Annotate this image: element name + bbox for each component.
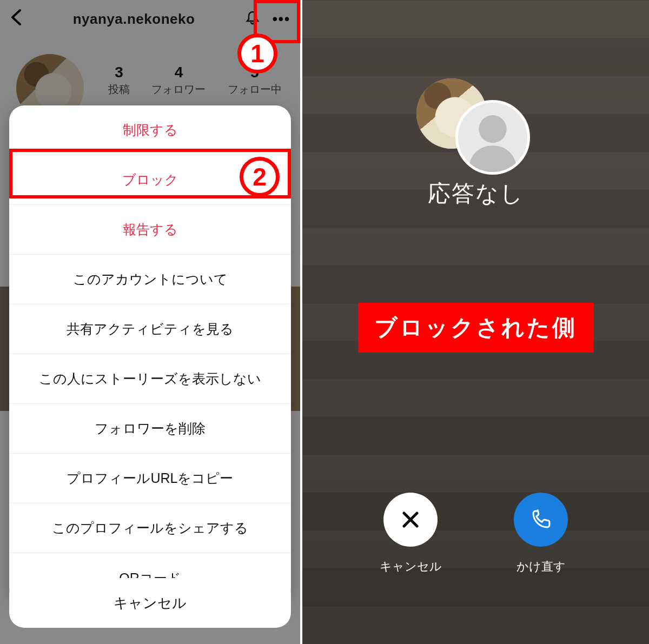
call-cancel-label: キャンセル bbox=[362, 559, 459, 575]
call-cancel-button[interactable] bbox=[383, 493, 438, 547]
sheet-about-account[interactable]: このアカウントについて bbox=[9, 255, 291, 304]
sheet-cancel-button[interactable]: キャンセル bbox=[9, 578, 291, 628]
sheet-share-profile[interactable]: このプロフィールをシェアする bbox=[9, 503, 291, 553]
svg-point-0 bbox=[479, 115, 506, 143]
sheet-report[interactable]: 報告する bbox=[9, 205, 291, 255]
sheet-hide-story[interactable]: この人にストーリーズを表示しない bbox=[9, 354, 291, 404]
annotation-badge-2: 2 bbox=[240, 157, 280, 197]
right-phone: 応答なし ブロックされた側 キャンセル かけ直す bbox=[302, 0, 649, 644]
phone-icon bbox=[528, 507, 554, 533]
call-redial-button[interactable] bbox=[514, 493, 568, 547]
close-icon bbox=[399, 508, 422, 531]
annotation-banner: ブロックされた側 bbox=[358, 303, 593, 353]
annotation-badge-1: 1 bbox=[237, 34, 277, 74]
call-status-text: 応答なし bbox=[302, 178, 649, 209]
call-redial-label: かけ直す bbox=[492, 559, 590, 575]
callee-avatar-placeholder bbox=[455, 100, 530, 175]
left-phone: nyanya.nekoneko ••• 3 投稿 4 フォロワー 5 フォロー中 bbox=[0, 0, 300, 644]
sheet-shared-activity[interactable]: 共有アクティビティを見る bbox=[9, 304, 291, 354]
sheet-restrict[interactable]: 制限する bbox=[9, 105, 291, 155]
sheet-remove-follower[interactable]: フォロワーを削除 bbox=[9, 404, 291, 454]
call-avatar-stack bbox=[416, 78, 535, 176]
sheet-copy-url[interactable]: プロフィールURLをコピー bbox=[9, 454, 291, 503]
